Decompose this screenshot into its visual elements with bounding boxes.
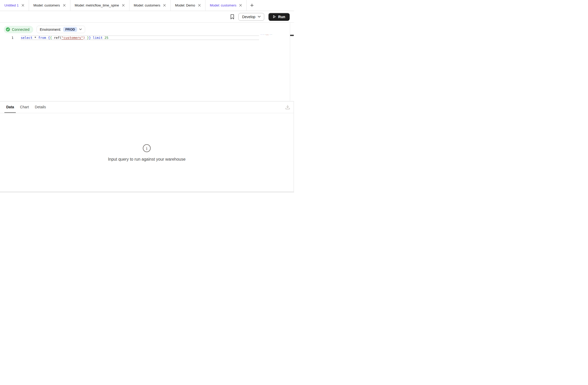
environment-label: Environment: (40, 27, 61, 32)
editor-tab[interactable]: Model: customers (205, 0, 247, 11)
code-token: limit (93, 36, 103, 40)
tab-bar: Untitled 1Model: customersModel: metricf… (0, 0, 294, 11)
code-token (85, 36, 87, 40)
code-token[interactable]: "customers" (266, 34, 269, 35)
editor-scrollbar-track[interactable] (290, 23, 294, 101)
minimap: select * from {{ ref("customers") }} lim… (260, 34, 272, 35)
check-circle-icon (6, 27, 10, 32)
close-icon[interactable] (122, 4, 125, 7)
code-line[interactable]: select * from {{ ref("customers") }} lim… (21, 36, 108, 39)
chevron-down-icon (79, 28, 82, 30)
tab-label: Model: customers (210, 3, 237, 7)
bookmark-icon[interactable] (230, 14, 234, 19)
dbt-ide-window: Untitled 1Model: customersModel: metricf… (0, 0, 294, 192)
sql-editor: Connected Environment: PROD 1 select * f… (0, 23, 294, 101)
code-token: 25 (105, 36, 108, 40)
close-icon[interactable] (163, 4, 166, 7)
code-token (36, 36, 38, 40)
tab-label: Untitled 1 (4, 3, 19, 7)
code-token: 25 (272, 34, 272, 35)
tab-label: Model: metricflow_time_spine (75, 3, 119, 7)
code-token[interactable]: "customers" (62, 36, 83, 40)
editor-tab[interactable]: Model: customers (129, 0, 171, 11)
code-token: select (21, 36, 32, 40)
editor-tab[interactable]: Model: Demo (171, 0, 205, 11)
code-token (32, 36, 34, 40)
close-icon[interactable] (21, 4, 24, 7)
empty-state-message: Input query to run against your warehous… (0, 157, 293, 162)
run-button[interactable]: Run (268, 13, 290, 21)
tab-list: Untitled 1Model: customersModel: metricf… (0, 0, 247, 11)
develop-button[interactable]: Develop (238, 13, 264, 21)
results-panel: DataChartDetails i Input query to run ag… (0, 101, 294, 191)
environment-value-badge: PROD (63, 27, 77, 32)
close-icon[interactable] (239, 4, 242, 7)
tab-label: Model: Demo (175, 3, 195, 7)
chevron-down-icon (258, 16, 261, 18)
code-token (102, 36, 105, 40)
code-token: from (38, 36, 46, 40)
download-icon[interactable] (285, 105, 290, 110)
connection-status-badge: Connected (4, 26, 33, 33)
svg-text:i: i (146, 146, 148, 151)
tab-label: Model: customers (33, 3, 60, 7)
code-token: ref( (52, 36, 62, 40)
results-tab-details[interactable]: Details (33, 102, 48, 113)
toolbar: Develop Run (0, 11, 294, 23)
close-icon[interactable] (63, 4, 66, 7)
results-tab-chart[interactable]: Chart (18, 102, 31, 113)
results-tab-bar: DataChartDetails (0, 102, 293, 113)
play-icon (273, 15, 276, 18)
results-tab-data[interactable]: Data (4, 102, 16, 113)
new-tab-button[interactable] (247, 0, 257, 11)
tab-label: Model: customers (134, 3, 160, 7)
connected-label: Connected (12, 27, 30, 32)
develop-label: Develop (242, 15, 255, 19)
plus-icon (250, 3, 254, 7)
editor-tab[interactable]: Model: customers (29, 0, 70, 11)
code-token: } (89, 36, 91, 40)
scrollbar-thumb[interactable] (290, 35, 294, 36)
editor-tab[interactable]: Untitled 1 (0, 0, 29, 11)
close-icon[interactable] (198, 4, 201, 7)
editor-tab[interactable]: Model: metricflow_time_spine (70, 0, 129, 11)
code-token (91, 36, 93, 40)
status-row: Connected Environment: PROD (4, 26, 85, 33)
run-label: Run (278, 15, 285, 19)
line-number: 1 (7, 36, 13, 39)
environment-selector[interactable]: Environment: PROD (36, 26, 85, 33)
code-token: { (48, 36, 50, 40)
info-icon: i (143, 144, 151, 153)
bottom-scrollbar-track[interactable] (0, 191, 294, 192)
